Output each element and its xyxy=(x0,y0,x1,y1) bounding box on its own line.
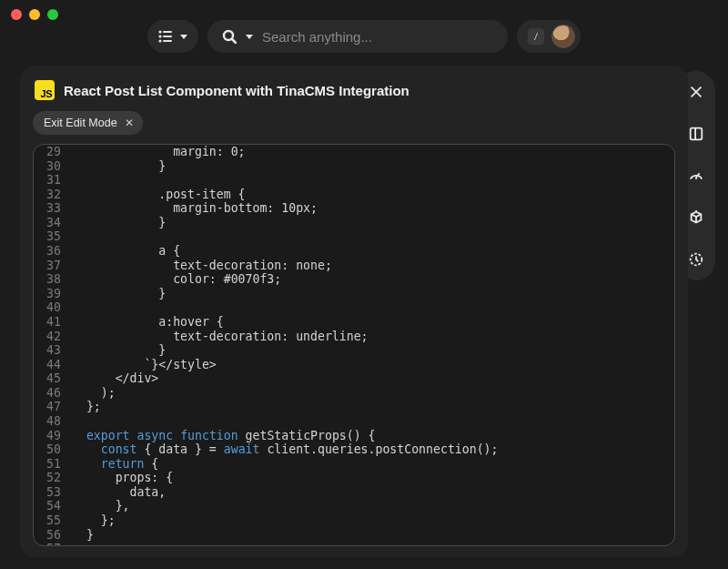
line-number: 45 xyxy=(34,371,72,386)
package-button[interactable] xyxy=(686,208,706,228)
line-number: 50 xyxy=(34,442,72,457)
maximize-window-dot[interactable] xyxy=(47,9,58,20)
code-line: 35 xyxy=(34,229,674,244)
minimize-window-dot[interactable] xyxy=(29,9,40,20)
code-editor[interactable]: 29 margin: 0;30 }3132 .post-item {33 mar… xyxy=(33,144,675,546)
line-number: 51 xyxy=(34,457,72,472)
code-text: color: #0070f3; xyxy=(72,272,281,287)
svg-rect-5 xyxy=(163,40,172,42)
code-text: data, xyxy=(72,485,166,500)
svg-point-2 xyxy=(158,35,161,37)
sync-button[interactable] xyxy=(686,249,706,269)
code-text: }; xyxy=(72,513,116,528)
line-number: 49 xyxy=(34,429,72,443)
code-line: 44 `}</style> xyxy=(34,358,674,372)
chevron-down-icon xyxy=(180,35,187,39)
line-number: 34 xyxy=(34,216,72,230)
svg-rect-3 xyxy=(163,36,172,37)
code-text: .post-item { xyxy=(72,188,246,202)
topbar: / xyxy=(0,20,728,53)
line-number: 37 xyxy=(34,259,72,273)
line-number: 39 xyxy=(34,287,72,301)
code-text: }; xyxy=(72,400,101,414)
line-number: 53 xyxy=(34,485,72,500)
line-number: 54 xyxy=(34,499,72,513)
page-title: React Post List Component with TinaCMS I… xyxy=(64,83,410,98)
line-number: 40 xyxy=(34,300,72,315)
code-line: 57 xyxy=(34,542,674,545)
js-badge: JS xyxy=(35,80,55,100)
line-number: 43 xyxy=(34,343,72,358)
window-controls xyxy=(11,9,58,20)
line-number: 32 xyxy=(34,188,72,202)
svg-point-4 xyxy=(158,39,161,42)
card-header: JS React Post List Component with TinaCM… xyxy=(33,78,675,107)
line-number: 29 xyxy=(34,145,72,159)
code-text: </div> xyxy=(72,371,158,386)
code-text: text-decoration: none; xyxy=(72,259,332,273)
code-line: 49 export async function getStaticProps(… xyxy=(34,429,674,443)
line-number: 55 xyxy=(34,513,72,528)
code-line: 47 }; xyxy=(34,400,674,414)
code-line: 31 xyxy=(34,173,674,188)
line-number: 47 xyxy=(34,400,72,414)
code-line: 30 } xyxy=(34,159,674,174)
line-number: 30 xyxy=(34,159,72,174)
shortcut-badge: / xyxy=(528,28,544,45)
code-line: 52 props: { xyxy=(34,471,674,485)
line-number: 57 xyxy=(34,542,72,545)
code-line: 34 } xyxy=(34,216,674,230)
line-number: 52 xyxy=(34,471,72,485)
code-text: export async function getStaticProps() { xyxy=(72,429,376,443)
line-number: 33 xyxy=(34,201,72,216)
code-scroll[interactable]: 29 margin: 0;30 }3132 .post-item {33 mar… xyxy=(34,145,674,545)
speed-icon xyxy=(688,168,704,184)
speed-button[interactable] xyxy=(686,166,706,186)
exit-chip-label: Exit Edit Mode xyxy=(44,117,117,129)
line-number: 48 xyxy=(34,414,72,429)
list-menu-button[interactable] xyxy=(147,20,198,53)
panel-layout-icon xyxy=(688,126,704,142)
code-line: 29 margin: 0; xyxy=(34,145,674,159)
code-text: a:hover { xyxy=(72,315,224,330)
main-card: JS React Post List Component with TinaCM… xyxy=(20,66,688,557)
search-input[interactable] xyxy=(262,29,493,45)
search-icon xyxy=(222,29,237,44)
line-number: 56 xyxy=(34,528,72,543)
code-text: ); xyxy=(72,386,116,401)
panel-layout-button[interactable] xyxy=(686,124,706,144)
code-line: 33 margin-bottom: 10px; xyxy=(34,201,674,216)
exit-edit-mode-chip[interactable]: Exit Edit Mode ✕ xyxy=(33,111,143,135)
code-text: props: { xyxy=(72,471,173,485)
code-text: } xyxy=(72,216,166,230)
code-line: 46 ); xyxy=(34,386,674,401)
code-text: } xyxy=(72,528,94,543)
close-button[interactable] xyxy=(686,82,706,102)
code-text: } xyxy=(72,159,166,174)
svg-point-13 xyxy=(695,178,697,179)
line-number: 41 xyxy=(34,315,72,330)
code-text: const { data } = await client.queries.po… xyxy=(72,442,498,457)
search-bar[interactable] xyxy=(207,20,508,53)
avatar[interactable] xyxy=(551,25,575,48)
svg-line-7 xyxy=(232,39,236,43)
line-number: 46 xyxy=(34,386,72,401)
code-text: } xyxy=(72,343,166,358)
code-line: 41 a:hover { xyxy=(34,315,674,330)
code-line: 54 }, xyxy=(34,499,674,513)
package-icon xyxy=(688,209,704,226)
code-text: return { xyxy=(72,457,158,472)
line-number: 42 xyxy=(34,330,72,344)
chevron-down-icon xyxy=(246,35,253,39)
line-number: 36 xyxy=(34,244,72,259)
code-line: 37 text-decoration: none; xyxy=(34,259,674,273)
user-cluster[interactable]: / xyxy=(517,20,581,53)
code-line: 51 return { xyxy=(34,457,674,472)
code-line: 42 text-decoration: underline; xyxy=(34,330,674,344)
close-window-dot[interactable] xyxy=(11,9,22,20)
code-text: }, xyxy=(72,499,130,513)
sync-icon xyxy=(688,251,704,268)
code-line: 53 data, xyxy=(34,485,674,500)
code-line: 50 const { data } = await client.queries… xyxy=(34,442,674,457)
line-number: 38 xyxy=(34,272,72,287)
